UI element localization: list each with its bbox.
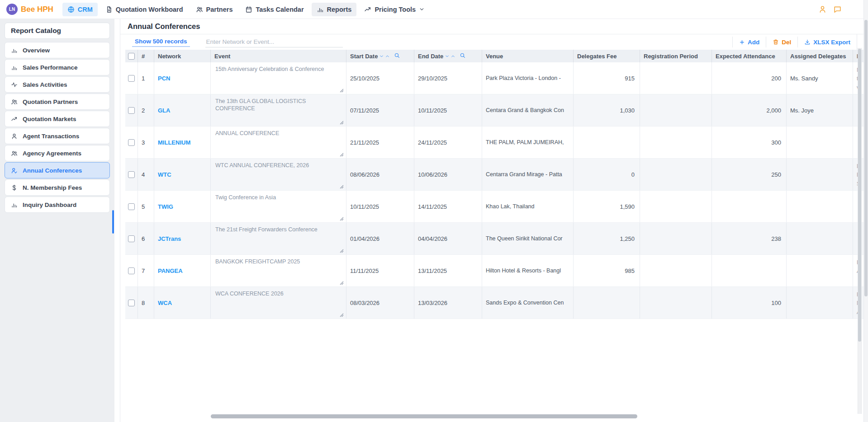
network-link[interactable]: PANGEA bbox=[154, 255, 211, 286]
user-icon[interactable] bbox=[818, 5, 827, 14]
sort-desc-icon[interactable] bbox=[379, 54, 384, 59]
sidebar-item-label: Quotation Partners bbox=[23, 98, 78, 105]
download-icon bbox=[804, 39, 811, 45]
row-checkbox[interactable] bbox=[128, 107, 135, 114]
search-icon[interactable] bbox=[394, 52, 400, 60]
start-date-cell: 25/10/2025 bbox=[346, 62, 414, 94]
chevron-down-icon bbox=[419, 6, 425, 12]
event-cell[interactable]: 15th Anniversary Celebration & Conferenc… bbox=[211, 62, 346, 94]
network-link[interactable]: WCA bbox=[154, 287, 211, 319]
row-checkbox[interactable] bbox=[128, 235, 135, 242]
event-cell[interactable]: BANGKOK FREIGHTCAMP 2025 bbox=[211, 255, 346, 286]
event-cell[interactable]: The 21st Freight Forwarders Conference bbox=[211, 223, 346, 254]
sidebar-item-sales-activities[interactable]: Sales Activities bbox=[5, 76, 110, 93]
nav-item-pricing-tools[interactable]: Pricing Tools bbox=[359, 3, 430, 16]
nav-item-quotation-workboard[interactable]: Quotation Workboard bbox=[100, 3, 188, 16]
sidebar-item-agency-agreements[interactable]: Agency Agreements bbox=[5, 145, 110, 161]
search-input[interactable] bbox=[205, 37, 343, 47]
resize-handle-icon[interactable] bbox=[340, 313, 344, 317]
resize-handle-icon[interactable] bbox=[340, 249, 344, 253]
sidebar-item-quotation-markets[interactable]: Quotation Markets bbox=[5, 111, 110, 127]
select-all-checkbox[interactable] bbox=[128, 53, 135, 60]
sidebar-item-sales-performance[interactable]: Sales Performance bbox=[5, 59, 110, 75]
start-date-cell: 21/11/2025 bbox=[346, 127, 414, 158]
xlsx-export-button[interactable]: XLSX Export bbox=[797, 37, 857, 47]
row-checkbox[interactable] bbox=[128, 300, 135, 306]
sort-asc-icon[interactable] bbox=[451, 54, 455, 59]
row-number: 7 bbox=[138, 255, 154, 286]
sidebar-item-label: Annual Conferences bbox=[23, 167, 82, 174]
sort-desc-icon[interactable] bbox=[445, 54, 450, 59]
show-records-link[interactable]: Show 500 records bbox=[132, 37, 190, 47]
network-link[interactable]: JCTrans bbox=[154, 223, 211, 254]
network-link[interactable]: GLA bbox=[154, 94, 211, 126]
delegates-fee-cell: 915 bbox=[574, 62, 640, 94]
event-cell[interactable]: Twig Conference in Asia bbox=[211, 191, 346, 222]
resize-handle-icon[interactable] bbox=[340, 281, 344, 285]
resize-handle-icon[interactable] bbox=[340, 121, 344, 125]
nav-item-tasks-calendar[interactable]: Tasks Calendar bbox=[240, 3, 308, 16]
network-link[interactable]: WTC bbox=[154, 159, 211, 190]
event-cell[interactable]: ANNUAL CONFERENCE bbox=[211, 127, 346, 158]
sidebar-scrollbar-thumb[interactable] bbox=[112, 210, 114, 234]
nav-item-label: Quotation Workboard bbox=[116, 6, 183, 13]
event-cell[interactable]: The 13th GLA GLOBAL LOGISTICS CONFERENCE bbox=[211, 94, 346, 126]
expected-attendance-cell: 250 bbox=[712, 159, 787, 190]
network-link[interactable]: MILLENIUM bbox=[154, 127, 211, 158]
table-row: 6JCTransThe 21st Freight Forwarders Conf… bbox=[125, 223, 863, 255]
sort-asc-icon[interactable] bbox=[385, 54, 390, 59]
resize-handle-icon[interactable] bbox=[340, 217, 344, 221]
document-icon bbox=[105, 6, 113, 13]
network-link[interactable]: TWIG bbox=[154, 191, 211, 222]
column-header-event: Event bbox=[211, 50, 346, 62]
start-date-cell: 08/03/2026 bbox=[346, 287, 414, 319]
chat-bubble-icon[interactable] bbox=[833, 5, 842, 14]
sidebar-item-n-membership-fees[interactable]: N. Membership Fees bbox=[5, 179, 110, 196]
assigned-delegates-cell bbox=[787, 255, 853, 286]
sidebar-item-annual-conferences[interactable]: Annual Conferences bbox=[5, 162, 110, 178]
row-select-cell bbox=[125, 287, 138, 319]
resize-handle-icon[interactable] bbox=[340, 153, 344, 157]
expected-attendance-cell: 2,000 bbox=[712, 94, 787, 126]
table-scrollbar-thumb[interactable] bbox=[858, 49, 861, 342]
resize-handle-icon[interactable] bbox=[340, 185, 344, 189]
column-header-venue: Venue bbox=[482, 50, 574, 62]
row-number: 5 bbox=[138, 191, 154, 222]
sidebar-item-overview[interactable]: Overview bbox=[5, 42, 110, 58]
page-scrollbar-thumb[interactable] bbox=[864, 20, 868, 296]
column-label: Delegates Fee bbox=[577, 53, 617, 60]
network-link[interactable]: PCN bbox=[154, 62, 211, 94]
sidebar-item-label: N. Membership Fees bbox=[23, 184, 82, 191]
nav-item-reports[interactable]: Reports bbox=[312, 3, 357, 16]
nav-item-label: Reports bbox=[327, 6, 352, 13]
end-date-cell: 24/11/2025 bbox=[414, 127, 482, 158]
nav-item-crm[interactable]: CRM bbox=[62, 3, 98, 16]
globe-icon bbox=[67, 6, 75, 13]
row-checkbox[interactable] bbox=[128, 139, 135, 146]
search-icon[interactable] bbox=[460, 52, 465, 60]
sidebar-item-agent-transactions[interactable]: Agent Transactions bbox=[5, 128, 110, 144]
header-select-cell bbox=[125, 50, 138, 62]
expected-attendance-cell: 200 bbox=[712, 62, 787, 94]
sidebar-item-inquiry-dashboard[interactable]: Inquiry Dashboard bbox=[5, 197, 110, 213]
row-checkbox[interactable] bbox=[128, 203, 135, 210]
delegates-fee-cell bbox=[574, 287, 640, 319]
add-button[interactable]: Add bbox=[732, 37, 766, 47]
delete-button[interactable]: Del bbox=[766, 37, 797, 47]
column-label: Venue bbox=[486, 53, 503, 60]
assigned-delegates-cell bbox=[787, 287, 853, 319]
brand[interactable]: LN Bee HPH bbox=[6, 4, 53, 15]
column-label: Network bbox=[158, 53, 181, 60]
nav-items: CRMQuotation WorkboardPartnersTasks Cale… bbox=[62, 3, 430, 16]
row-checkbox[interactable] bbox=[128, 75, 135, 82]
table-row: 1PCN15th Anniversary Celebration & Confe… bbox=[125, 62, 863, 94]
row-checkbox[interactable] bbox=[128, 171, 135, 178]
nav-item-partners[interactable]: Partners bbox=[191, 3, 238, 16]
event-cell[interactable]: WTC ANNUAL CONFERENCE, 2026 bbox=[211, 159, 346, 190]
event-cell[interactable]: WCA CONFERENCE 2026 bbox=[211, 287, 346, 319]
row-checkbox[interactable] bbox=[128, 267, 135, 274]
delegates-fee-cell: 1,250 bbox=[574, 223, 640, 254]
resize-handle-icon[interactable] bbox=[340, 89, 344, 93]
sidebar-item-quotation-partners[interactable]: Quotation Partners bbox=[5, 94, 110, 110]
horizontal-scrollbar-thumb[interactable] bbox=[211, 414, 637, 418]
